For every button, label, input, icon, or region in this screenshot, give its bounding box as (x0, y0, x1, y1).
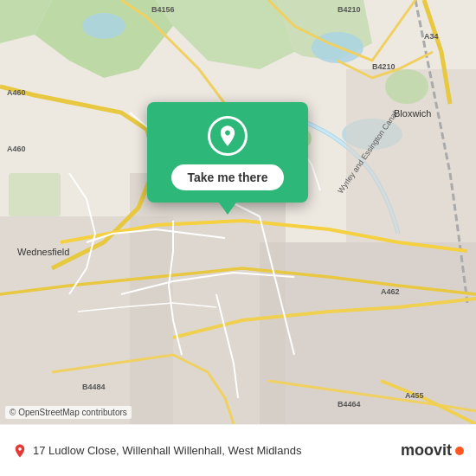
moovit-logo: moovit (401, 441, 464, 460)
address-text: 17 Ludlow Close, Willenhall Willenhall, … (33, 444, 301, 457)
location-icon-circle (208, 116, 248, 156)
svg-text:Bloxwich: Bloxwich (394, 108, 431, 119)
take-me-there-button[interactable]: Take me there (171, 164, 283, 190)
svg-text:A34: A34 (424, 32, 439, 41)
moovit-dot-icon (455, 447, 464, 455)
svg-text:B4156: B4156 (151, 5, 175, 14)
map-container: B4156 B4210 A34 B4210 A460 A460 A462 B44… (0, 0, 476, 424)
bottom-bar: 17 Ludlow Close, Willenhall Willenhall, … (0, 424, 476, 476)
svg-point-5 (82, 13, 125, 39)
svg-text:B4210: B4210 (338, 5, 361, 14)
address-section: 17 Ludlow Close, Willenhall Willenhall, … (12, 443, 401, 459)
svg-text:A462: A462 (381, 287, 400, 296)
popup-card: Take me there (147, 102, 308, 203)
svg-text:Wednesfield: Wednesfield (17, 247, 69, 257)
svg-text:A455: A455 (405, 391, 424, 400)
location-pin-icon (215, 124, 240, 148)
svg-rect-10 (260, 242, 476, 424)
red-location-pin-icon (12, 443, 28, 459)
svg-text:B4210: B4210 (372, 62, 396, 71)
svg-text:A460: A460 (7, 145, 26, 153)
copyright-text: © OpenStreetMap contributors (5, 406, 132, 419)
moovit-brand-text: moovit (401, 441, 452, 460)
svg-text:A460: A460 (7, 88, 26, 97)
svg-rect-14 (9, 173, 61, 216)
svg-text:B4484: B4484 (82, 383, 106, 391)
svg-text:B4464: B4464 (338, 400, 361, 408)
svg-point-13 (385, 69, 428, 104)
